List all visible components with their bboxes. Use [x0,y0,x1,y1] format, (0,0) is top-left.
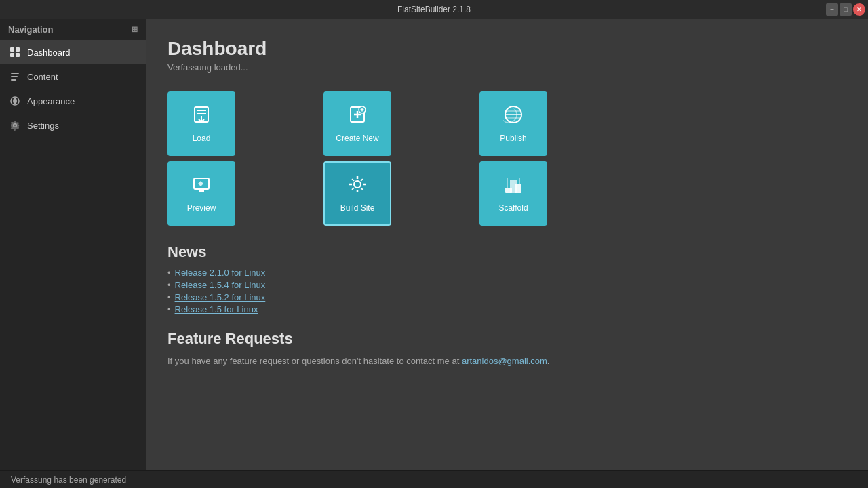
sidebar-item-dashboard-label: Dashboard [27,47,71,58]
news-list: Release 2.1.0 for Linux Release 1.5.4 fo… [167,268,846,314]
sidebar-item-settings-label: Settings [27,121,59,131]
load-tile-label: Load [193,134,211,143]
sidebar-item-settings[interactable]: Settings [0,113,146,138]
status-text: Verfassung has been generated [11,475,126,485]
feature-requests-section: Feature Requests If you have any feature… [167,330,846,368]
news-item-4: Release 1.5 for Linux [167,304,846,314]
news-link-4[interactable]: Release 1.5 for Linux [175,304,258,314]
page-subtitle: Verfassung loaded... [167,62,846,73]
appearance-icon [9,96,20,106]
maximize-button[interactable]: □ [840,3,852,16]
feature-text-after: . [547,356,550,366]
create-new-tile[interactable]: Create New [323,92,391,156]
feature-requests-text: If you have any feature request or quest… [167,354,846,368]
sidebar-item-appearance-label: Appearance [27,96,75,106]
sidebar: Navigation ⊞ Dashboard [0,19,146,470]
window-title: FlatSiteBuilder 2.1.8 [397,5,471,14]
svg-rect-3 [16,53,20,57]
publish-tile-label: Publish [500,134,526,143]
svg-rect-28 [510,180,517,193]
close-button[interactable]: ✕ [853,3,865,16]
build-icon [347,174,368,199]
sidebar-collapse-icon[interactable]: ⊞ [132,25,138,34]
feature-text-before: If you have any feature request or quest… [167,356,462,366]
news-title: News [167,243,846,261]
scaffold-icon [503,174,524,199]
svg-rect-9 [197,110,206,111]
sidebar-item-appearance[interactable]: Appearance [0,89,146,113]
feature-requests-title: Feature Requests [167,330,846,348]
sidebar-item-content-label: Content [27,72,58,82]
svg-point-25 [354,181,361,188]
news-link-3[interactable]: Release 1.5.2 for Linux [175,292,266,302]
news-item-1: Release 2.1.0 for Linux [167,268,846,278]
sidebar-item-dashboard[interactable]: Dashboard [0,40,146,64]
load-tile[interactable]: Load [167,92,235,156]
publish-icon [503,104,524,129]
svg-rect-2 [10,53,14,57]
publish-tile[interactable]: Publish [479,92,547,156]
sidebar-header-label: Navigation [8,24,53,35]
svg-rect-1 [16,47,20,52]
load-icon [191,104,212,129]
preview-tile-label: Preview [187,203,216,213]
build-site-tile-label: Build Site [340,203,375,213]
create-new-tile-label: Create New [336,134,378,143]
tiles-row-2: Preview Build [167,161,846,226]
svg-rect-6 [11,79,16,81]
svg-rect-4 [11,73,19,74]
create-icon [347,104,368,129]
main-container: Navigation ⊞ Dashboard [0,19,868,470]
news-link-2[interactable]: Release 1.5.4 for Linux [175,280,266,290]
sidebar-header: Navigation ⊞ [0,19,146,40]
window-controls: – □ ✕ [826,0,868,19]
preview-tile[interactable]: Preview [167,161,235,226]
settings-icon [9,120,20,131]
tiles-row-1: Load Create New [167,92,846,156]
dashboard-icon [9,47,20,58]
content-area: Dashboard Verfassung loaded... Load [146,19,868,470]
feature-email-link[interactable]: artanidos@gmail.com [462,356,547,366]
title-bar: FlatSiteBuilder 2.1.8 – □ ✕ [0,0,868,19]
news-link-1[interactable]: Release 2.1.0 for Linux [175,268,266,278]
news-item-2: Release 1.5.4 for Linux [167,280,846,290]
news-item-3: Release 1.5.2 for Linux [167,292,846,302]
news-section: News Release 2.1.0 for Linux Release 1.5… [167,243,846,317]
scaffold-tile-label: Scaffold [498,203,528,213]
svg-rect-5 [11,76,18,77]
build-site-tile[interactable]: Build Site [323,161,391,226]
svg-rect-0 [10,47,14,52]
preview-icon [191,174,212,199]
minimize-button[interactable]: – [826,3,838,16]
svg-rect-10 [197,113,206,114]
page-title: Dashboard [167,38,846,60]
content-icon [9,71,20,82]
scaffold-tile[interactable]: Scaffold [479,161,547,226]
status-bar: Verfassung has been generated [0,470,868,488]
sidebar-item-content[interactable]: Content [0,64,146,89]
